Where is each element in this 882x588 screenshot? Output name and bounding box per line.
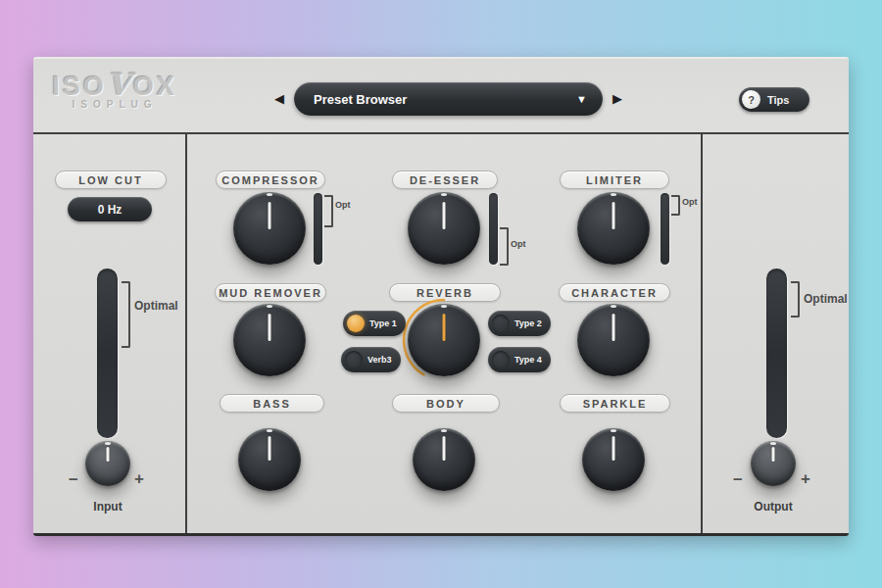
knob-pointer <box>612 314 615 341</box>
character-label: CHARACTER <box>559 283 670 302</box>
deesser-label: DE-ESSER <box>392 171 498 189</box>
body-knob[interactable] <box>413 428 475 491</box>
body-label: BODY <box>392 394 500 413</box>
brand-name: ISOVOX <box>47 67 182 102</box>
knob-pointer <box>269 202 271 229</box>
knob-pointer <box>772 447 775 463</box>
bass-knob[interactable] <box>238 428 301 491</box>
led-on-icon <box>347 315 365 332</box>
knob-pointer <box>612 436 615 460</box>
output-level-meter <box>766 269 787 438</box>
limiter-label: LIMITER <box>560 171 669 189</box>
reverb-type1-label: Type 1 <box>369 318 397 328</box>
knob-pointer <box>443 436 446 460</box>
output-gain-knob[interactable] <box>751 441 796 486</box>
deesser-knob[interactable] <box>408 192 480 265</box>
tips-button-label: Tips <box>767 94 789 106</box>
output-minus-label: – <box>733 469 742 489</box>
input-minus-label: – <box>69 469 77 489</box>
output-label: Output <box>738 500 808 514</box>
desktop-background: ISOVOX ISOPLUG ◀ Preset Browser ▼ ▶ ? Ti… <box>0 0 882 588</box>
left-panel-divider <box>185 132 187 533</box>
deesser-opt-bracket <box>500 227 509 266</box>
mud-remover-knob[interactable] <box>233 304 306 376</box>
reverb-type4-label: Type 4 <box>514 355 542 365</box>
limiter-meter <box>661 193 669 265</box>
brand-iso: ISO <box>52 72 107 101</box>
knob-pointer <box>443 314 446 341</box>
compressor-knob[interactable] <box>233 192 306 265</box>
input-label: Input <box>73 500 143 514</box>
knob-pointer <box>269 436 271 460</box>
plugin-window: ISOVOX ISOPLUG ◀ Preset Browser ▼ ▶ ? Ti… <box>33 57 849 536</box>
compressor-label: COMPRESSOR <box>216 171 325 189</box>
input-level-meter <box>97 269 118 438</box>
compressor-opt-label: Opt <box>335 200 351 210</box>
chevron-down-icon: ▼ <box>576 93 587 105</box>
input-plus-label: + <box>134 469 144 489</box>
reverb-type2-label: Type 2 <box>514 318 542 328</box>
knob-pointer <box>443 202 446 229</box>
input-optimal-label: Optimal <box>134 299 178 313</box>
deesser-opt-label: Opt <box>511 239 526 249</box>
reverb-knob[interactable] <box>408 304 480 376</box>
input-optimal-bracket <box>122 281 130 348</box>
sparkle-knob[interactable] <box>582 428 645 491</box>
knob-pointer <box>269 314 271 341</box>
led-off-icon <box>345 351 363 368</box>
reverb-type1-button[interactable]: Type 1 <box>343 311 406 336</box>
preset-navigation: ◀ Preset Browser ▼ ▶ <box>274 82 622 116</box>
right-panel-divider <box>701 132 703 533</box>
mud-remover-label: MUD REMOVER <box>215 283 326 302</box>
knob-pointer <box>612 202 615 229</box>
brand-ox: OX <box>133 72 177 101</box>
preset-browser-label: Preset Browser <box>314 92 407 107</box>
limiter-opt-bracket <box>671 195 680 216</box>
tips-button[interactable]: ? Tips <box>739 87 809 112</box>
compressor-opt-bracket <box>324 195 333 227</box>
brand-logo: ISOVOX ISOPLUG <box>47 67 182 110</box>
brand-v: V <box>107 67 133 102</box>
reverb-verb3-label: Verb3 <box>368 355 392 365</box>
limiter-opt-label: Opt <box>682 197 698 207</box>
output-optimal-label: Optimal <box>804 292 848 306</box>
preset-prev-button[interactable]: ◀ <box>274 82 284 116</box>
led-off-icon <box>492 351 510 368</box>
reverb-type4-button[interactable]: Type 4 <box>488 347 551 372</box>
low-cut-value-button[interactable]: 0 Hz <box>68 197 152 221</box>
compressor-meter <box>314 193 322 265</box>
low-cut-label: LOW CUT <box>55 171 167 189</box>
limiter-knob[interactable] <box>577 192 650 265</box>
output-plus-label: + <box>801 469 810 489</box>
input-gain-knob[interactable] <box>85 441 130 486</box>
question-icon: ? <box>742 90 760 109</box>
deesser-meter <box>489 193 498 265</box>
reverb-type2-button[interactable]: Type 2 <box>488 311 551 336</box>
preset-browser-dropdown[interactable]: Preset Browser ▼ <box>294 82 603 116</box>
output-optimal-bracket <box>791 281 800 318</box>
header-divider <box>33 132 849 134</box>
knob-pointer <box>107 447 110 463</box>
reverb-verb3-button[interactable]: Verb3 <box>341 347 401 372</box>
preset-next-button[interactable]: ▶ <box>612 82 622 116</box>
character-knob[interactable] <box>577 304 650 376</box>
led-off-icon <box>492 315 510 332</box>
sparkle-label: SPARKLE <box>560 394 670 413</box>
bass-label: BASS <box>220 394 324 413</box>
